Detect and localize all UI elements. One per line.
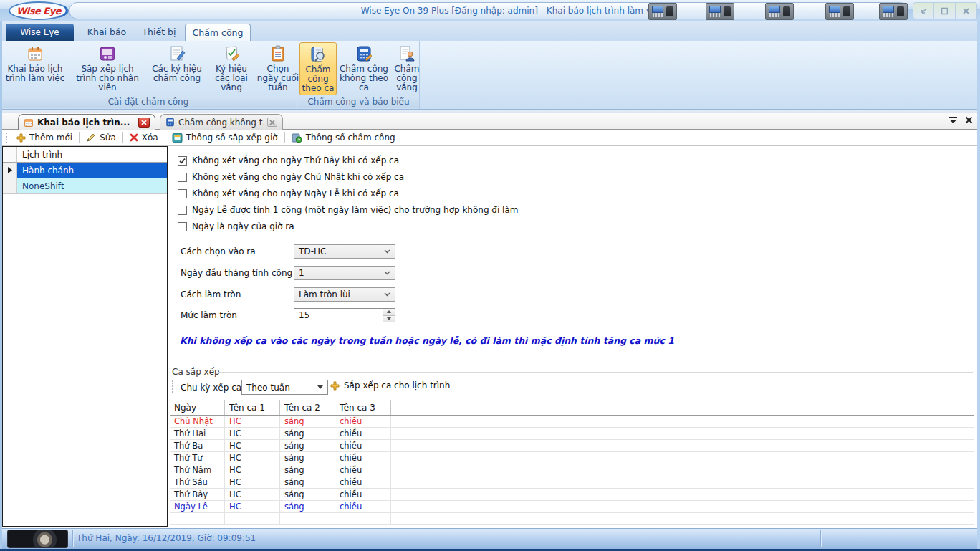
delete-button-label: Xóa — [142, 133, 158, 143]
list-item-noneshift[interactable]: NoneShift — [3, 178, 167, 194]
combo-ngay-dau-thang[interactable]: 1 — [294, 266, 395, 280]
spin-up-button[interactable] — [383, 309, 395, 316]
checkbox-label: Ngày là ngày của giờ ra — [192, 221, 294, 231]
add-button[interactable]: Thêm mới — [12, 131, 77, 144]
checkbox-row-ngay-gio-ra: Ngày là ngày của giờ ra — [178, 221, 294, 231]
table-row[interactable]: Thứ Hai HC sáng chiều — [170, 428, 974, 440]
device-image-2 — [706, 3, 734, 20]
attendance-params-button[interactable]: Thông số chấm công — [287, 131, 400, 145]
edit-button[interactable]: Sửa — [82, 131, 120, 144]
ribbon-group-caption: Chấm công và báo biểu — [298, 96, 419, 108]
checkbox-unchecked[interactable] — [178, 173, 187, 182]
combo-cach-chon-vao-ra[interactable]: TĐ-HC — [294, 244, 395, 259]
hours-params-label: Thống số sắp xếp giờ — [186, 133, 278, 143]
column-header-ten-ca-2[interactable]: Tên ca 2 — [280, 400, 335, 415]
button-cham-cong-khong-theo-ca[interactable]: Chấm công không theo ca — [338, 42, 390, 95]
checkbox-unchecked[interactable] — [178, 189, 187, 198]
column-header-ten-ca-1[interactable]: Tên ca 1 — [225, 400, 280, 415]
device-image-3 — [765, 3, 794, 20]
button-khai-bao-lich-trinh[interactable]: Khai báo lịch trình làm việc — [1, 42, 69, 95]
cell-ca1: HC — [225, 428, 280, 439]
cell-day: Thứ Bảy — [170, 489, 225, 500]
table-row[interactable]: Thứ Sáu HC sáng chiều — [170, 476, 974, 489]
column-header-ten-ca-3[interactable]: Tên ca 3 — [335, 400, 391, 415]
app-logo-text: Wise Eye — [16, 6, 61, 16]
table-row[interactable]: Chủ Nhật HC sáng chiều — [170, 416, 974, 428]
button-cham-cong-theo-ca[interactable]: Chấm công theo ca — [299, 42, 337, 95]
row-arrow-icon — [8, 167, 12, 173]
ribbon: Khai báo lịch trình làm việc Sắp xếp lịc… — [0, 41, 980, 110]
ribbon-button-label: Chọn ngày cuối tuần — [255, 64, 301, 92]
check-icon — [178, 157, 186, 165]
doctab-close-button[interactable] — [138, 118, 150, 128]
button-cham-cong-vang[interactable]: Chấm công vắng — [391, 42, 423, 95]
plus-icon — [330, 381, 340, 391]
button-cac-ky-hieu-cham-cong[interactable]: Các ký hiệu chấm công — [146, 42, 208, 95]
overtime-note: Khi không xếp ca vào các ngày trong tuần… — [180, 335, 674, 346]
doctab-label: Khai báo lịch trìn... — [37, 118, 135, 128]
cell-day: Thứ Tư — [170, 452, 225, 464]
spinner-buttons — [383, 309, 395, 322]
table-row[interactable]: Thứ Năm HC sáng chiều — [170, 464, 974, 476]
close-icon — [962, 7, 970, 15]
close-button[interactable] — [956, 2, 977, 19]
table-row-empty[interactable] — [170, 513, 974, 525]
ribbon-button-label: Ký hiệu các loại vắng — [209, 64, 254, 92]
tab-thiet-bi[interactable]: Thiết bị — [138, 24, 180, 41]
cell-ca1: HC — [225, 416, 280, 427]
window-frame-right — [977, 21, 980, 551]
hours-params-button[interactable]: Thống số sắp xếp giờ — [168, 131, 282, 145]
table-row[interactable]: Thứ Ba HC sáng chiều — [170, 440, 974, 452]
row-selector-header — [3, 147, 17, 162]
device-image-4 — [825, 3, 854, 20]
combo-chu-ky-xep-ca[interactable]: Theo tuần — [241, 380, 328, 395]
ribbon-tab-strip: Wise Eye Khai báo Thiết bị Chấm công — [0, 21, 980, 41]
row-selector — [3, 163, 17, 178]
checkbox-label: Không xét vắng cho ngày Ngày Lễ khi có x… — [192, 188, 399, 198]
button-ky-hieu-cac-loai-vang[interactable]: Ký hiệu các loại vắng — [209, 42, 254, 95]
fingerprint-photo — [7, 530, 68, 548]
add-button-label: Thêm mới — [29, 133, 72, 143]
note-pencil-icon — [222, 44, 241, 63]
checkbox-unchecked[interactable] — [178, 206, 187, 215]
tab-khai-bao[interactable]: Khai báo — [83, 24, 130, 41]
spinner-muc-lam-tron[interactable]: 15 — [294, 308, 395, 322]
assign-shift-button[interactable]: Sắp xếp ca cho lịch trình — [330, 380, 450, 391]
shift-table: Ngày Tên ca 1 Tên ca 2 Tên ca 3 Chủ Nhật… — [170, 400, 974, 525]
list-item-hanh-chanh[interactable]: Hành chánh — [3, 163, 167, 178]
column-header-ngay[interactable]: Ngày — [170, 400, 225, 415]
status-divider — [820, 530, 821, 547]
cell-ca1: HC — [225, 489, 280, 500]
shift-group-caption: Ca sắp xếp — [172, 367, 220, 377]
minimize-button[interactable] — [913, 2, 934, 19]
schedule-list-header[interactable]: Lịch trình — [17, 147, 167, 162]
checkbox-checked[interactable] — [178, 156, 187, 166]
app-window: Wise Eye Wise Eye On 39 Plus [Đăng nhập:… — [0, 0, 980, 551]
table-row[interactable]: Ngày Lễ HC sáng chiều — [170, 501, 974, 513]
cell-day: Chủ Nhật — [170, 416, 225, 427]
doctab-khai-bao-lich-trinh[interactable]: Khai báo lịch trìn... — [18, 114, 155, 130]
delete-button[interactable]: Xóa — [125, 131, 163, 144]
window-controls — [913, 2, 977, 19]
spin-down-button[interactable] — [383, 316, 395, 322]
tab-cham-cong[interactable]: Chấm công — [185, 24, 251, 41]
tab-list-dropdown-icon[interactable] — [948, 116, 958, 124]
cell-ca3: chiều — [335, 489, 391, 500]
table-row[interactable]: Thứ Tư HC sáng chiều — [170, 452, 974, 464]
button-sap-xep-lich-trinh[interactable]: Sắp xếp lịch trình cho nhân viên — [70, 42, 145, 95]
combo-cach-lam-tron[interactable]: Làm tròn lùi — [294, 287, 395, 302]
checkbox-unchecked[interactable] — [178, 222, 187, 231]
button-chon-ngay-cuoi-tuan[interactable]: Chọn ngày cuối tuần — [255, 42, 301, 95]
doctab-close-button[interactable] — [267, 118, 277, 127]
ribbon-button-label: Khai báo lịch trình làm việc — [1, 64, 69, 83]
cell-ca2: sáng — [280, 440, 335, 451]
ribbon-group-cham-cong: Chấm công theo ca Chấm công không theo c… — [298, 41, 420, 109]
table-row[interactable]: Thứ Bảy HC sáng chiều — [170, 489, 974, 501]
maximize-button[interactable] — [934, 2, 956, 19]
tab-wise-eye[interactable]: Wise Eye — [6, 24, 74, 41]
doctab-cham-cong-khong-theo-ca[interactable]: Chấm công không t... — [160, 114, 283, 130]
shift-toolbar-grip — [172, 380, 175, 393]
tabstrip-close-icon[interactable] — [965, 116, 973, 124]
cell-day: Thứ Ba — [170, 440, 225, 451]
document-pencil-icon — [168, 44, 186, 63]
